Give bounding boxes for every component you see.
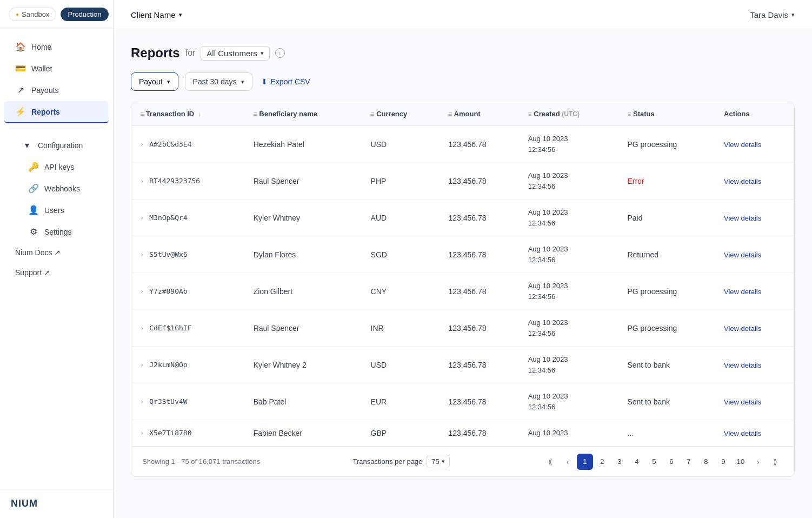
currency-cell: INR (362, 310, 440, 347)
pagination-bar: Showing 1 - 75 of 16,071 transactions Tr… (131, 447, 794, 476)
filter-icon: ≡ (627, 110, 631, 118)
row-expand-icon[interactable]: › (140, 141, 144, 148)
tx-id-cell: › A#2bC&d3E4 (131, 126, 245, 163)
page-btn-1[interactable]: 1 (577, 454, 593, 470)
export-csv-button[interactable]: ⬇ Export CSV (259, 73, 312, 90)
tx-id-cell: › CdEf$1GhIF (131, 310, 245, 347)
table-row: › S5tUv@Wx6 Dylan Flores SGD 123,456.78 … (131, 236, 794, 273)
col-amount: ≡ Amount (440, 102, 519, 126)
for-label: for (185, 48, 196, 58)
top-bar: Client Name ▾ Tara Davis ▾ (114, 0, 812, 30)
nium-docs-label: Nium Docs ↗ (15, 248, 61, 257)
view-details-link[interactable]: View details (724, 361, 761, 369)
next-page-btn[interactable]: › (750, 454, 766, 470)
page-btn-6[interactable]: 6 (663, 454, 680, 470)
page-buttons: ⟪ ‹ 1 2 3 4 5 6 7 8 9 10 › ⟫ (542, 454, 783, 470)
tx-id-cell: › X5e7Ti8780 (131, 420, 245, 447)
view-details-link[interactable]: View details (724, 398, 761, 406)
page-btn-2[interactable]: 2 (594, 454, 610, 470)
sidebar-item-wallet[interactable]: 💳 Wallet (4, 58, 109, 79)
sidebar-item-home[interactable]: 🏠 Home (4, 36, 109, 57)
beneficiary-cell: Bab Patel (245, 383, 362, 420)
created-cell: Aug 10 2023 12:34:56 (520, 163, 619, 200)
created-cell: Aug 10 2023 (520, 420, 619, 447)
page-btn-10[interactable]: 10 (733, 454, 749, 470)
row-expand-icon[interactable]: › (140, 361, 144, 369)
showing-text: Showing 1 - 75 of 16,071 transactions (142, 457, 260, 466)
transactions-table-container: ≡ Transaction ID ↓ ≡ Beneficiary name ≡ … (131, 102, 795, 477)
created-cell: Aug 10 2023 12:34:56 (520, 200, 619, 236)
row-expand-icon[interactable]: › (140, 429, 144, 437)
tx-id-value: A#2bC&d3E4 (149, 140, 191, 148)
row-expand-icon[interactable]: › (140, 214, 144, 222)
view-details-link[interactable]: View details (724, 177, 761, 185)
filter-date-select[interactable]: Past 30 days ▾ (185, 72, 252, 91)
row-expand-icon[interactable]: › (140, 177, 144, 185)
sandbox-btn[interactable]: Sandbox (9, 8, 56, 21)
row-expand-icon[interactable]: › (140, 251, 144, 258)
actions-cell: View details (715, 236, 794, 273)
row-expand-icon[interactable]: › (140, 288, 144, 295)
page-btn-7[interactable]: 7 (681, 454, 697, 470)
nium-docs-link[interactable]: Nium Docs ↗ (4, 243, 109, 262)
view-details-link[interactable]: View details (724, 288, 761, 296)
per-page-selector: Transactions per page 75 ▾ (352, 455, 449, 468)
col-beneficiary: ≡ Beneficiary name (245, 102, 362, 126)
tx-id-value: CdEf$1GhIF (149, 324, 191, 332)
customer-selector[interactable]: All Customers ▾ (201, 46, 269, 61)
sidebar-item-api-keys[interactable]: 🔑 API keys (4, 156, 109, 177)
sidebar-item-api-keys[interactable]: ▾ Configuration (4, 135, 109, 156)
filter-type-select[interactable]: Payout ▾ (131, 72, 178, 91)
per-page-chevron-icon: ▾ (442, 458, 445, 465)
page-btn-3[interactable]: 3 (611, 454, 628, 470)
page-btn-5[interactable]: 5 (646, 454, 662, 470)
amount-cell: 123,456.78 (440, 383, 519, 420)
page-btn-4[interactable]: 4 (629, 454, 645, 470)
sidebar-item-webhooks[interactable]: 🔗 Webhooks (4, 178, 109, 199)
user-selector[interactable]: Tara Davis ▾ (750, 10, 795, 19)
sort-icon[interactable]: ↓ (198, 111, 202, 117)
tx-id-value: S5tUv@Wx6 (149, 250, 187, 258)
sidebar-nav: 🏠 Home 💳 Wallet ↗ Payouts ⚡ Reports ▾ Co… (0, 29, 113, 489)
production-btn[interactable]: Production (61, 8, 108, 21)
sidebar-item-payouts[interactable]: ↗ Payouts (4, 79, 109, 101)
col-created: ≡ Created (UTC) (520, 102, 619, 126)
table-header-row: ≡ Transaction ID ↓ ≡ Beneficiary name ≡ … (131, 102, 794, 126)
page-btn-8[interactable]: 8 (698, 454, 714, 470)
actions-cell: View details (715, 200, 794, 236)
sidebar-bottom: NIUM (0, 489, 113, 518)
support-link[interactable]: Support ↗ (4, 263, 109, 282)
tx-id-cell: › RT4429323756 (131, 163, 245, 200)
view-details-link[interactable]: View details (724, 429, 761, 437)
per-page-select[interactable]: 75 ▾ (427, 455, 449, 468)
webhooks-icon: 🔗 (28, 183, 39, 194)
row-expand-icon[interactable]: › (140, 398, 144, 406)
view-details-link[interactable]: View details (724, 141, 761, 149)
beneficiary-cell: Raul Spencer (245, 310, 362, 347)
prev-page-btn[interactable]: ‹ (560, 454, 576, 470)
created-cell: Aug 10 2023 12:34:56 (520, 126, 619, 163)
tx-id-value: RT4429323756 (149, 177, 200, 185)
view-details-link[interactable]: View details (724, 251, 761, 259)
row-expand-icon[interactable]: › (140, 324, 144, 332)
last-page-btn[interactable]: ⟫ (767, 454, 783, 470)
amount-cell: 123,456.78 (440, 347, 519, 383)
client-name-selector[interactable]: Client Name ▾ (131, 10, 182, 19)
view-details-link[interactable]: View details (724, 324, 761, 333)
home-icon: 🏠 (15, 42, 26, 52)
filter-icon: ≡ (371, 110, 375, 118)
table-row: › X5e7Ti8780 Fabien Becker GBP 123,456.7… (131, 420, 794, 447)
first-page-btn[interactable]: ⟪ (542, 454, 558, 470)
env-switcher: Sandbox Production (0, 0, 113, 29)
info-icon[interactable]: i (275, 48, 285, 58)
filter-type-label: Payout (139, 77, 163, 86)
support-label: Support ↗ (15, 268, 50, 277)
export-label: Export CSV (271, 77, 310, 86)
currency-cell: USD (362, 126, 440, 163)
view-details-link[interactable]: View details (724, 214, 761, 222)
download-icon: ⬇ (261, 77, 268, 86)
page-btn-9[interactable]: 9 (715, 454, 731, 470)
sidebar-item-users[interactable]: 👤 Users (4, 200, 109, 221)
sidebar-item-settings[interactable]: ⚙ Settings (4, 221, 109, 242)
sidebar-item-reports[interactable]: ⚡ Reports (4, 101, 109, 123)
